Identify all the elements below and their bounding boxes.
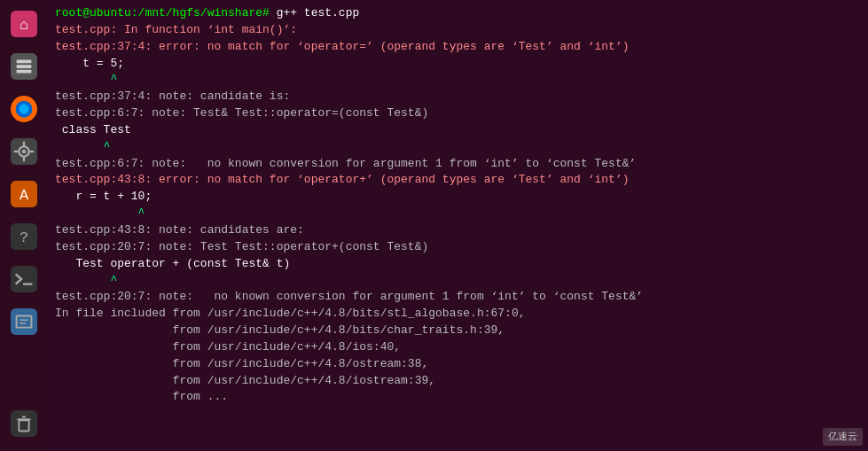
terminal-line: test.cpp:6:7: note: Test& Test::operator… (55, 105, 861, 122)
svg-text:A: A (20, 187, 29, 204)
terminal-line: In file included from /usr/include/c++/4… (55, 306, 861, 323)
terminal-line: ^ (55, 139, 861, 156)
svg-point-11 (22, 150, 27, 154)
home-icon[interactable]: ⌂ (4, 4, 44, 44)
files-icon[interactable] (4, 46, 44, 87)
terminal-line: from /usr/include/c++/4.8/iostream:39, (55, 373, 861, 390)
terminal-line: from /usr/include/c++/4.8/bits/char_trai… (55, 323, 861, 339)
svg-rect-20 (11, 266, 37, 292)
svg-rect-22 (11, 308, 37, 335)
terminal-line: ^ (55, 206, 861, 222)
svg-text:⌂: ⌂ (20, 17, 28, 34)
terminal-line: from /usr/include/c++/4.8/ostream:38, (55, 356, 861, 373)
terminal-line: test.cpp:20:7: note: Test Test::operator… (55, 239, 861, 256)
terminal-line: test.cpp: In function ‘int main()’: (55, 22, 861, 39)
firefox-icon[interactable] (4, 89, 44, 129)
sidebar: ⌂ A (0, 0, 48, 451)
terminal-line: ^ (55, 72, 861, 89)
terminal: root@ubuntu:/mnt/hgfs/winshare# g++ test… (48, 0, 868, 451)
terminal-line: Test operator + (const Test& t) (55, 256, 861, 273)
terminal-line: test.cpp:6:7: note: no known conversion … (55, 156, 861, 173)
terminal-icon[interactable] (4, 259, 44, 299)
terminal-line: test.cpp:43:8: note: candidates are: (55, 222, 861, 239)
terminal-line: r = t + 10; (55, 189, 861, 206)
svg-rect-5 (17, 70, 32, 74)
terminal-line: test.cpp:37:4: note: candidate is: (55, 89, 861, 105)
trash-icon[interactable] (4, 403, 44, 444)
files2-icon[interactable] (4, 301, 44, 342)
svg-text:?: ? (20, 229, 28, 246)
terminal-line: ^ (55, 273, 861, 290)
terminal-line: from ... (55, 389, 861, 406)
terminal-line: class Test (55, 122, 861, 139)
terminal-line: root@ubuntu:/mnt/hgfs/winshare# g++ test… (55, 5, 861, 22)
terminal-line: from /usr/include/c++/4.8/ios:40, (55, 339, 861, 356)
terminal-line: test.cpp:37:4: error: no match for ‘oper… (55, 39, 861, 56)
watermark: 亿速云 (823, 428, 863, 446)
svg-rect-3 (17, 60, 32, 64)
svg-rect-26 (11, 410, 37, 437)
software-icon[interactable]: A (4, 174, 44, 214)
terminal-line: test.cpp:43:8: error: no match for ‘oper… (55, 172, 861, 189)
svg-point-8 (19, 104, 28, 113)
terminal-line: test.cpp:20:7: note: no known conversion… (55, 289, 861, 306)
settings-icon[interactable] (4, 131, 44, 172)
terminal-line: t = 5; (55, 56, 861, 73)
terminal-output: root@ubuntu:/mnt/hgfs/winshare# g++ test… (55, 5, 861, 406)
help-icon[interactable]: ? (4, 216, 44, 257)
svg-rect-4 (17, 65, 32, 68)
